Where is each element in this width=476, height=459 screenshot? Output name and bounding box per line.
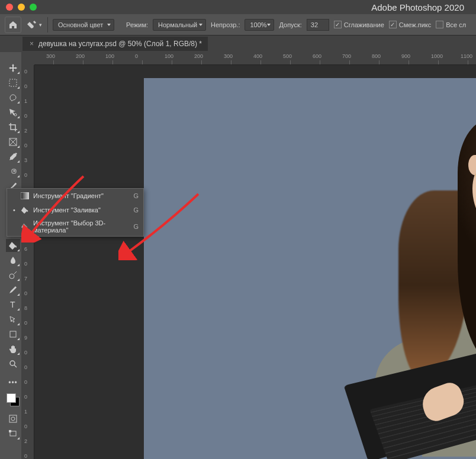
left-gutter <box>0 52 5 459</box>
antialias-label: Сглаживание <box>344 21 384 28</box>
svg-point-14 <box>11 417 15 421</box>
ruler-corner <box>21 52 34 65</box>
svg-rect-13 <box>9 415 17 422</box>
maximize-window[interactable] <box>30 4 37 11</box>
tool-preview[interactable]: ▾ <box>26 18 43 31</box>
toolbox: T ••• <box>5 52 21 459</box>
app-title: Adobe Photoshop 2020 <box>37 2 470 12</box>
selection-tool[interactable] <box>6 106 20 119</box>
document-tab[interactable]: × девушка на услугах.psd @ 50% (Слой 1, … <box>22 37 208 51</box>
svg-text:T: T <box>10 300 15 309</box>
flyout-shortcut: G <box>131 192 139 199</box>
flyout-gradient-tool[interactable]: Инструмент "Градиент" G <box>7 189 143 203</box>
bucket-icon <box>20 205 30 215</box>
quickmask-toggle[interactable] <box>6 412 20 425</box>
zoom-tool[interactable] <box>6 357 20 370</box>
svg-line-12 <box>14 365 17 367</box>
window-controls <box>6 4 37 11</box>
eyedropper-tool[interactable] <box>6 150 20 163</box>
bucket-tool[interactable] <box>6 239 20 252</box>
flyout-shortcut: G <box>131 206 139 214</box>
svg-rect-17 <box>21 192 29 199</box>
document-tabbar: × девушка на услугах.psd @ 50% (Слой 1, … <box>0 35 476 52</box>
canvas-area[interactable] <box>34 65 476 459</box>
home-button[interactable] <box>5 17 21 33</box>
more-tools[interactable]: ••• <box>6 376 20 389</box>
photo-subject <box>387 119 476 459</box>
flyout-shortcut: G <box>131 223 139 230</box>
frame-tool[interactable] <box>6 135 20 148</box>
document-tab-label: девушка на услугах.psd @ 50% (Слой 1, RG… <box>38 40 202 48</box>
crop-tool[interactable] <box>6 121 20 134</box>
dodge-tool[interactable] <box>6 269 20 282</box>
color-swatches[interactable] <box>7 393 20 406</box>
canvas-viewport: 3002001000100200300400500600700800900100… <box>21 52 476 459</box>
flyout-item-label: Инструмент "Градиент" <box>33 192 128 199</box>
close-window[interactable] <box>6 4 13 11</box>
workspace: T ••• 3002001000100200300400500600700800… <box>0 52 476 459</box>
flyout-item-label: Инструмент "Заливка" <box>33 206 128 214</box>
opacity-label: Непрозр.: <box>211 21 240 28</box>
svg-point-11 <box>10 361 15 366</box>
move-tool[interactable] <box>6 62 20 75</box>
horizontal-ruler[interactable]: 3002001000100200300400500600700800900100… <box>34 52 476 65</box>
contiguous-checkbox[interactable]: Смеж.пикс <box>389 21 431 28</box>
opacity-input[interactable]: 100% <box>245 19 274 31</box>
fg-color[interactable] <box>7 393 16 403</box>
flyout-bucket-tool[interactable]: Инструмент "Заливка" G <box>7 203 143 217</box>
lasso-tool[interactable] <box>6 91 20 104</box>
blend-mode-dropdown[interactable]: Нормальный <box>153 19 206 31</box>
divider <box>47 17 48 33</box>
marquee-tool[interactable] <box>6 76 20 89</box>
healing-tool[interactable] <box>6 165 20 178</box>
titlebar: Adobe Photoshop 2020 <box>0 0 476 14</box>
pen-tool[interactable] <box>6 283 20 296</box>
contiguous-label: Смеж.пикс <box>399 21 431 28</box>
all-layers-label: Все сл <box>446 21 466 28</box>
flyout-3dmaterial-tool[interactable]: Инструмент "Выбор 3D-материала" G <box>7 217 143 236</box>
svg-point-8 <box>9 274 14 279</box>
canvas[interactable] <box>144 78 476 459</box>
tolerance-input[interactable] <box>307 19 329 31</box>
screenmode-toggle[interactable] <box>6 427 20 440</box>
close-tab-icon[interactable]: × <box>28 40 35 48</box>
svg-rect-10 <box>10 331 16 337</box>
antialias-checkbox[interactable]: Сглаживание <box>334 21 384 28</box>
3dmaterial-icon <box>20 222 30 231</box>
hand-tool[interactable] <box>6 342 20 355</box>
tolerance-label: Допуск: <box>279 21 301 28</box>
svg-rect-16 <box>9 430 11 432</box>
mode-label: Режим: <box>126 21 148 28</box>
blur-tool[interactable] <box>6 254 20 267</box>
tool-flyout: Инструмент "Градиент" G Инструмент "Зали… <box>7 188 144 237</box>
gradient-icon <box>20 191 30 201</box>
flyout-item-label: Инструмент "Выбор 3D-материала" <box>33 219 128 234</box>
type-tool[interactable]: T <box>6 298 20 311</box>
options-bar: ▾ Основной цвет Режим: Нормальный Непроз… <box>0 14 476 35</box>
path-selection-tool[interactable] <box>6 313 20 326</box>
minimize-window[interactable] <box>18 4 25 11</box>
shape-tool[interactable] <box>6 328 20 341</box>
fill-source-dropdown[interactable]: Основной цвет <box>53 19 114 31</box>
svg-rect-0 <box>9 79 17 86</box>
vertical-ruler[interactable]: 001020304050607080900001020 <box>21 65 34 459</box>
all-layers-checkbox[interactable]: Все сл <box>436 21 466 28</box>
